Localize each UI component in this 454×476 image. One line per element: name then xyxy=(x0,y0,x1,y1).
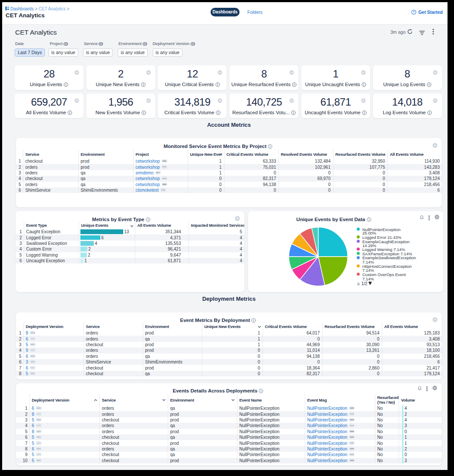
svg-text:?: ? xyxy=(413,10,415,13)
